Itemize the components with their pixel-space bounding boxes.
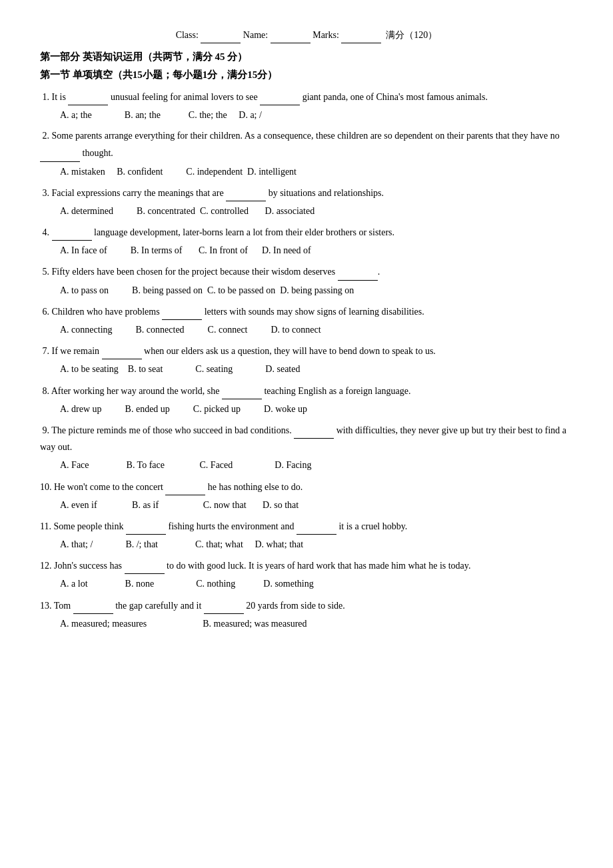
question-1: 1. It is unusual feeling for animal love… <box>40 88 573 123</box>
question-3: 3. Facial expressions carry the meanings… <box>40 184 573 219</box>
question-7: 7. If we remain when our elders ask us a… <box>40 342 573 377</box>
q6-options: A. connecting B. connected C. connect D.… <box>60 321 573 338</box>
q3-text: 3. Facial expressions carry the meanings… <box>40 184 573 201</box>
q6-text: 6. Children who have problems letters wi… <box>40 303 573 320</box>
q11-options: A. that; / B. /; that C. that; what D. w… <box>60 536 573 553</box>
part1-title: 第一部分 英语知识运用（共两节，满分 45 分） <box>40 49 573 66</box>
page-container: Class: Name: Marks: 满分（120） 第一部分 英语知识运用（… <box>40 27 573 632</box>
q3-options: A. determined B. concentrated C. control… <box>60 203 573 219</box>
q5-options: A. to pass on B. being passed on C. to b… <box>60 282 573 299</box>
q4-options: A. In face of B. In terms of C. In front… <box>60 242 573 259</box>
question-6: 6. Children who have problems letters wi… <box>40 303 573 338</box>
q12-options: A. a lot B. none C. nothing D. something <box>60 575 573 592</box>
q10-options: A. even if B. as if C. now that D. so th… <box>60 497 573 513</box>
q1-options: A. a; the B. an; the C. the; the D. a; / <box>60 107 573 123</box>
q7-options: A. to be seating B. to seat C. seating D… <box>60 361 573 377</box>
q4-text: 4. language development, later-borns lea… <box>40 223 573 241</box>
q9-options: A. Face B. To face C. Faced D. Facing <box>60 457 573 473</box>
q7-text: 7. If we remain when our elders ask us a… <box>40 342 573 359</box>
q10-text: 10. He won't come to the concert he has … <box>40 478 573 495</box>
question-2: 2. Some parents arrange everything for t… <box>40 127 573 180</box>
question-5: 5. Fifty elders have been chosen for the… <box>40 263 573 298</box>
question-4: 4. language development, later-borns lea… <box>40 223 573 259</box>
question-12: 12. John's success has to do with good l… <box>40 557 573 592</box>
q8-text: 8. After working her way around the worl… <box>40 382 573 399</box>
q5-text: 5. Fifty elders have been chosen for the… <box>40 263 573 280</box>
question-8: 8. After working her way around the worl… <box>40 382 573 417</box>
q8-options: A. drew up B. ended up C. picked up D. w… <box>60 401 573 417</box>
question-10: 10. He won't come to the concert he has … <box>40 478 573 513</box>
q2-options: A. mistaken B. confident C. independent … <box>60 163 573 180</box>
q1-text: 1. It is unusual feeling for animal love… <box>40 88 573 105</box>
marks-label: Marks: <box>312 30 339 40</box>
name-label: Name: <box>243 30 268 40</box>
full-score-label: 满分（120） <box>386 30 437 40</box>
question-13: 13. Tom the gap carefully and it 20 yard… <box>40 597 573 632</box>
header-line: Class: Name: Marks: 满分（120） <box>40 27 573 43</box>
q13-text: 13. Tom the gap carefully and it 20 yard… <box>40 597 573 614</box>
q11-text: 11. Some people think fishing hurts the … <box>40 517 573 535</box>
section1-title: 第一节 单项填空（共15小题；每小题1分，满分15分） <box>40 67 573 84</box>
q12-text: 12. John's success has to do with good l… <box>40 557 573 574</box>
question-9: 9. The picture reminds me of those who s… <box>40 421 573 474</box>
q13-options: A. measured; measures B. measured; was m… <box>60 615 573 632</box>
q2-text: 2. Some parents arrange everything for t… <box>40 127 573 161</box>
q9-text: 9. The picture reminds me of those who s… <box>40 421 573 455</box>
class-label: Class: <box>176 30 199 40</box>
question-11: 11. Some people think fishing hurts the … <box>40 517 573 553</box>
